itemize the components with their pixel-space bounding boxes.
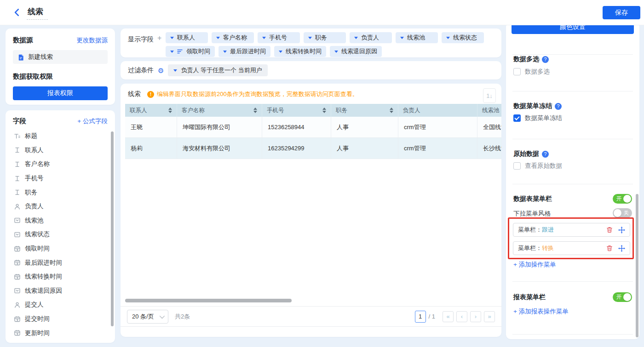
first-page-button[interactable]: « [443,311,454,322]
field-item[interactable]: 手机号 [13,171,108,186]
action-menu-item[interactable]: 菜单栏：跟进 [513,223,630,237]
page-size-select[interactable]: 20 条/页 [127,310,168,324]
change-datasource-link[interactable]: 更改数据源 [77,36,108,45]
display-field-tag[interactable]: 线索状态 [442,32,484,43]
delete-icon[interactable] [606,227,613,233]
filter-settings-gear-icon[interactable]: ⚙ [158,67,164,74]
field-item[interactable]: 线索状态 [13,228,108,242]
help-icon[interactable]: ? [555,103,562,110]
move-icon[interactable] [618,227,625,233]
field-label: 联系人 [25,146,44,154]
raw-data-checkbox[interactable]: 查看原始数据 [513,162,562,170]
display-field-tag[interactable]: 最后跟进时间 [218,46,270,57]
add-formula-field-link[interactable]: + 公式字段 [77,117,108,125]
display-field-tag[interactable]: 职务 [304,32,346,43]
table-header-row: 联系人客户名称手机号职务负责人线索池 [125,104,501,117]
field-label: 手机号 [25,174,44,182]
display-field-tag[interactable]: 线索退回原因 [330,46,382,57]
data-preview-panel: 线索 ! 编辑界面只取数据源前200条作为查询数据预览，完整数据请访问页面查看。… [121,84,501,337]
tag-label: 线索转换时间 [286,47,322,56]
save-button[interactable]: 保存 [603,6,640,19]
raw-data-title: 原始数据 ? [513,150,549,158]
display-field-tag[interactable]: 负责人 [350,32,392,43]
checkbox-unchecked-icon [513,162,521,170]
field-item[interactable]: 标题 [13,129,108,143]
fields-scrollbar-thumb[interactable] [111,131,114,326]
row-order-button[interactable]: 1↓ [483,88,496,103]
display-field-tag[interactable]: 客户名称 [212,32,254,43]
prev-page-button[interactable]: ‹ [456,311,467,322]
caret-down-icon [446,37,450,39]
action-menu-item[interactable]: 菜单栏：转换 [513,241,630,255]
field-item[interactable]: 领取时间 [13,242,108,256]
field-item[interactable]: 线索退回原因 [13,284,108,298]
column-header[interactable]: 线索池 [477,104,501,117]
display-field-tag[interactable]: 线索转换时间 [274,46,326,57]
tag-label: 线索退回原因 [341,47,377,56]
filter-condition-tag[interactable]: 负责人 等于任意一个 当前用户 [168,64,267,76]
display-field-tag[interactable]: 联系人 [166,32,208,43]
column-header[interactable]: 客户名称 [177,104,262,117]
field-item[interactable]: 线索转换时间 [13,270,108,284]
add-report-action-menu-link[interactable]: + 添加报表操作菜单 [513,307,569,316]
field-item[interactable]: 最后跟进时间 [13,256,108,270]
field-item[interactable]: 线索池 [13,214,108,228]
datasource-item[interactable]: 新建线索 [13,50,108,64]
page-title[interactable]: 线索 [27,6,48,20]
report-designer: 线索 保存 数据源 更改数据源 新建线索 数据获取权限 报表权限 字段 + 公式… [0,0,644,347]
field-item[interactable]: 提交时间 [13,312,108,326]
report-permission-button[interactable]: 报表权限 [13,86,108,100]
sort-arrows-icon[interactable] [322,108,326,113]
datasource-panel: 数据源 更改数据源 新建线索 数据获取权限 报表权限 [6,28,115,105]
current-page-input[interactable]: 1 [415,311,426,323]
display-field-tag[interactable]: 线索池 [396,32,438,43]
menu-freeze-checkbox[interactable]: 数据菜单冻结 [513,114,562,122]
sort-arrows-icon[interactable] [253,108,257,113]
table-row[interactable]: 杨莉海安材料有限公司16235294299人事crm管理长沙线索 [125,138,501,159]
field-item[interactable]: 客户名称 [13,157,108,171]
field-item[interactable]: 职务 [13,185,108,199]
warning-icon: ! [147,91,154,98]
field-item[interactable]: 负责人 [13,199,108,214]
sort-lines-icon [177,49,183,54]
settings-scrollbar-thumb[interactable] [636,194,638,337]
display-field-tag[interactable]: 领取时间 [166,46,215,57]
horizontal-scrollbar-thumb[interactable] [125,299,292,302]
add-display-field-button[interactable]: + [157,34,161,42]
field-item[interactable]: 提交人 [13,298,108,312]
caret-down-icon [334,51,338,53]
move-icon[interactable] [618,245,625,252]
display-field-tag[interactable]: 手机号 [258,32,300,43]
sort-arrows-icon[interactable] [168,108,172,113]
delete-icon[interactable] [606,245,613,251]
next-page-button[interactable]: › [470,311,481,322]
table-row[interactable]: 王晓坤曜国际有限公司15236258944人事crm管理全国线索 [125,117,501,138]
field-list: 标题联系人客户名称手机号职务负责人线索池线索状态领取时间最后跟进时间线索转换时间… [13,129,108,340]
multi-select-checkbox[interactable]: 数据多选 [513,68,550,76]
field-item[interactable]: 联系人 [13,143,108,158]
column-header[interactable]: 联系人 [125,104,177,117]
preview-table: 联系人客户名称手机号职务负责人线索池 王晓坤曜国际有限公司15236258944… [125,104,501,160]
last-page-button[interactable]: » [484,311,495,322]
column-header[interactable]: 负责人 [398,104,477,117]
tag-label: 联系人 [177,34,195,42]
sort-order-icon: 1↓ [486,92,493,99]
checkbox-unchecked-icon [513,68,521,75]
sort-arrows-icon[interactable] [390,108,393,113]
date-field-icon [14,259,21,266]
field-item[interactable]: 更新时间 [13,326,108,340]
help-icon[interactable]: ? [542,151,549,158]
dropdown-style-toggle[interactable]: 关 [613,208,632,218]
add-action-menu-link[interactable]: + 添加操作菜单 [513,261,556,269]
caret-down-icon [308,37,312,39]
caret-down-icon [354,37,358,39]
column-header[interactable]: 手机号 [262,104,331,117]
help-icon[interactable]: ? [542,56,549,63]
table-cell: 杨莉 [125,138,177,159]
column-header[interactable]: 职务 [331,104,398,117]
date-field-icon [14,330,21,336]
table-menu-toggle[interactable]: 开 [613,194,632,204]
back-icon[interactable] [13,8,21,17]
report-menu-toggle[interactable]: 开 [613,292,632,302]
table-cell: crm管理 [398,138,477,159]
